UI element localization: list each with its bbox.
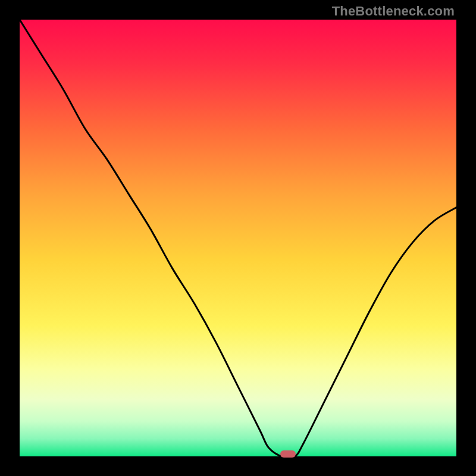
watermark-text: TheBottleneck.com <box>332 4 455 19</box>
plot-area <box>20 20 456 456</box>
bottleneck-curve <box>20 20 456 456</box>
optimal-marker <box>280 450 296 458</box>
bottleneck-chart: TheBottleneck.com <box>0 0 476 476</box>
